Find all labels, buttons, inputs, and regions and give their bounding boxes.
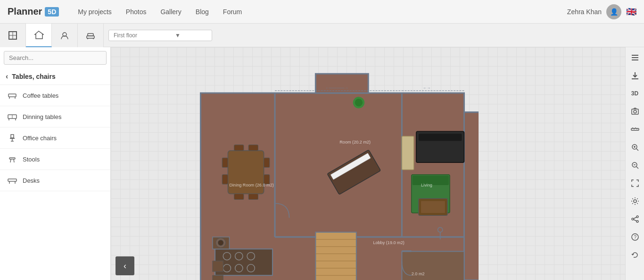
svg-marker-25 <box>315 74 368 93</box>
svg-rect-63 <box>248 194 258 199</box>
svg-point-105 <box>636 216 638 218</box>
interior-tool[interactable] <box>52 24 78 47</box>
office-chairs-icon <box>7 132 18 144</box>
svg-line-19 <box>14 159 14 162</box>
svg-rect-57 <box>222 175 228 184</box>
svg-line-109 <box>634 220 636 221</box>
svg-text:?: ? <box>634 235 636 240</box>
svg-rect-72 <box>421 201 445 213</box>
coffee-tables-icon <box>7 90 18 101</box>
sidebar-item-desks[interactable]: Desks <box>0 170 110 191</box>
sidebar-item-office-chairs[interactable]: Office chairs <box>0 127 110 149</box>
svg-rect-67 <box>419 134 462 141</box>
download-button[interactable] <box>627 67 644 84</box>
fit-screen-button[interactable] <box>627 175 644 192</box>
svg-line-108 <box>634 217 636 219</box>
nav-my-projects[interactable]: My projects <box>78 8 112 16</box>
svg-rect-90 <box>632 109 638 114</box>
floor-selector[interactable]: First floor ▼ <box>108 30 212 41</box>
svg-rect-43 <box>215 249 272 275</box>
svg-text:←→: ←→ <box>423 86 430 90</box>
share-button[interactable] <box>627 211 644 228</box>
category-header[interactable]: ‹ Tables, chairs <box>0 68 110 85</box>
svg-rect-42 <box>402 250 411 252</box>
stools-icon <box>7 153 18 165</box>
coffee-tables-label: Coffee tables <box>23 92 58 99</box>
toolbar: First floor ▼ <box>0 24 644 47</box>
settings-button[interactable] <box>627 193 644 210</box>
svg-text:Dining Room (26.0 m2): Dining Room (26.0 m2) <box>229 183 273 187</box>
nav-blog[interactable]: Blog <box>196 8 209 16</box>
right-toolbar: 3D ? <box>625 47 644 280</box>
desks-icon <box>7 175 18 186</box>
sidebar-item-stools[interactable]: Stools <box>0 149 110 170</box>
main-area: ‹ Tables, chairs Coffee tables Dinning t… <box>0 47 644 280</box>
zoom-in-button[interactable] <box>627 139 644 156</box>
dropdown-arrow: ▼ <box>175 32 181 39</box>
sidebar-items: Coffee tables Dinning tables Office chai… <box>0 85 110 280</box>
floor-plan: Dining Room (26.0 m2) Room (20.2 m2) Liv… <box>186 52 479 280</box>
user-name: Zehra Khan <box>567 8 602 16</box>
canvas-area[interactable]: Dining Room (26.0 m2) Room (20.2 m2) Liv… <box>111 47 625 280</box>
svg-rect-92 <box>631 128 639 130</box>
svg-point-52 <box>218 240 223 246</box>
stools-label: Stools <box>23 156 40 163</box>
zoom-out-button[interactable] <box>627 157 644 174</box>
svg-rect-53 <box>213 261 223 272</box>
back-button[interactable]: ‹ <box>116 256 134 275</box>
desks-label: Desks <box>23 177 40 184</box>
svg-rect-20 <box>8 179 17 181</box>
svg-rect-54 <box>213 275 223 280</box>
category-label: Tables, chairs <box>12 73 55 80</box>
svg-line-102 <box>636 167 638 169</box>
svg-rect-61 <box>248 145 258 151</box>
office-chairs-label: Office chairs <box>23 135 57 142</box>
3d-button[interactable]: 3D <box>627 85 644 102</box>
screenshot-button[interactable] <box>627 103 644 120</box>
avatar[interactable]: 👤 <box>606 4 621 19</box>
nav-photos[interactable]: Photos <box>126 8 147 16</box>
svg-line-98 <box>636 149 638 151</box>
svg-rect-58 <box>264 158 270 167</box>
svg-rect-8 <box>8 94 16 97</box>
draw-tool[interactable] <box>0 24 26 47</box>
svg-point-106 <box>632 218 634 220</box>
sidebar-item-coffee-tables[interactable]: Coffee tables <box>0 85 110 106</box>
furniture-tool[interactable] <box>78 24 104 47</box>
sidebar-item-dinning-tables[interactable]: Dinning tables <box>0 106 110 127</box>
sidebar: ‹ Tables, chairs Coffee tables Dinning t… <box>0 47 111 280</box>
nav-gallery[interactable]: Gallery <box>160 8 181 16</box>
svg-rect-17 <box>9 158 15 159</box>
svg-rect-5 <box>88 34 93 36</box>
dinning-tables-icon <box>7 111 18 122</box>
svg-point-91 <box>634 110 636 113</box>
floor-label: First floor <box>114 32 137 39</box>
svg-point-104 <box>634 200 636 203</box>
svg-text:Room (20.2 m2): Room (20.2 m2) <box>339 140 371 144</box>
svg-rect-60 <box>234 145 244 151</box>
flag-icon[interactable]: 🇬🇧 <box>626 7 636 17</box>
svg-rect-70 <box>402 136 413 170</box>
header: Planner 5D My projects Photos Gallery Bl… <box>0 0 644 24</box>
ruler-button[interactable] <box>627 121 644 138</box>
svg-text:←————→: ←————→ <box>325 86 348 90</box>
nav-forum[interactable]: Forum <box>223 8 242 16</box>
svg-rect-62 <box>234 194 244 199</box>
home-tool[interactable] <box>26 24 52 47</box>
undo-button[interactable] <box>627 246 644 263</box>
menu-button[interactable] <box>627 49 644 66</box>
svg-text:Living: Living <box>421 183 432 187</box>
svg-point-74 <box>355 99 363 106</box>
svg-marker-26 <box>464 112 479 280</box>
dinning-tables-label: Dinning tables <box>23 113 61 120</box>
help-button[interactable]: ? <box>627 229 644 246</box>
svg-text:2.0 m2: 2.0 m2 <box>412 272 425 276</box>
svg-text:Lobby (19.0 m2): Lobby (19.0 m2) <box>373 240 404 245</box>
svg-rect-56 <box>222 158 228 167</box>
svg-line-18 <box>10 159 11 162</box>
search-input[interactable] <box>4 51 107 65</box>
user-area: Zehra Khan 👤 🇬🇧 <box>567 4 636 19</box>
svg-point-107 <box>636 221 638 222</box>
back-arrow-icon: ‹ <box>6 72 8 81</box>
logo[interactable]: Planner 5D <box>8 6 59 17</box>
